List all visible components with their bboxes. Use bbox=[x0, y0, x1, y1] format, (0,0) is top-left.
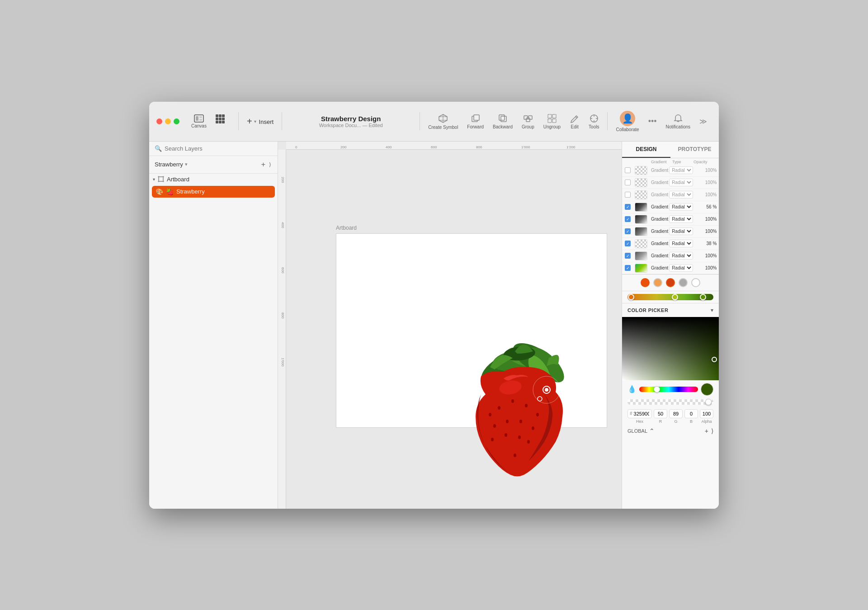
spectrum-handle[interactable] bbox=[712, 357, 717, 362]
gradient-type-7[interactable]: Radial bbox=[669, 240, 693, 247]
ungroup-icon bbox=[547, 113, 557, 123]
r-input[interactable] bbox=[654, 409, 667, 418]
alpha-slider[interactable] bbox=[627, 399, 713, 405]
maximize-button[interactable] bbox=[174, 118, 179, 124]
divider-3 bbox=[420, 112, 420, 130]
forward-icon bbox=[471, 113, 481, 123]
gradient-type-3[interactable]: Radial bbox=[669, 191, 693, 199]
page-chevron-icon: ▾ bbox=[185, 161, 188, 167]
gradient-checkbox-7[interactable] bbox=[625, 241, 631, 246]
gradient-type-5[interactable]: Radial bbox=[669, 215, 693, 223]
gradient-opacity-2: 100% bbox=[694, 180, 717, 185]
insert-button[interactable]: + ▾ Insert bbox=[242, 114, 278, 128]
stop-light-orange[interactable] bbox=[653, 278, 662, 287]
ungroup-button[interactable]: Ungroup bbox=[539, 112, 565, 131]
gradient-type-9[interactable]: Radial bbox=[669, 264, 693, 272]
svg-point-46 bbox=[532, 426, 534, 430]
create-symbol-button[interactable]: Create Symbol bbox=[424, 111, 462, 132]
canvas-view-button[interactable]: Canvas bbox=[187, 113, 211, 130]
create-symbol-icon bbox=[438, 113, 448, 124]
gradient-handle-inner[interactable] bbox=[545, 388, 548, 392]
minimize-button[interactable] bbox=[165, 118, 171, 124]
gradient-label-8: Gradient bbox=[651, 253, 668, 258]
ruler-left-600: 600 bbox=[281, 267, 285, 273]
tools-button[interactable]: Tools bbox=[584, 112, 604, 131]
stop-white[interactable] bbox=[691, 278, 700, 287]
sidebar: 🔍 Strawberry ▾ + ⟩ ▾ bbox=[149, 142, 278, 509]
artboard-layer-item[interactable]: ▾ Artboard bbox=[149, 174, 278, 185]
gradient-checkbox-8[interactable] bbox=[625, 253, 631, 259]
search-input[interactable] bbox=[165, 145, 272, 152]
backward-icon bbox=[498, 113, 508, 123]
gradient-checkbox-9[interactable] bbox=[625, 265, 631, 271]
design-tab[interactable]: DESIGN bbox=[622, 142, 670, 158]
grid-view-button[interactable] bbox=[211, 113, 235, 130]
close-button[interactable] bbox=[156, 118, 162, 124]
alpha-input[interactable] bbox=[700, 409, 713, 418]
strawberry-layer-item[interactable]: 🎨 🍓 Strawberry bbox=[152, 186, 275, 198]
add-color-button[interactable]: + bbox=[705, 427, 708, 435]
gradient-opacity-6: 100% bbox=[694, 229, 717, 234]
group-button[interactable]: Group bbox=[517, 112, 539, 131]
forward-button[interactable]: Forward bbox=[462, 112, 488, 131]
hue-slider[interactable] bbox=[639, 387, 698, 392]
eyedropper-button[interactable]: 💧 bbox=[627, 385, 637, 393]
ellipsis-icon: ••• bbox=[648, 117, 657, 126]
hex-input[interactable] bbox=[633, 411, 650, 417]
gradient-stops bbox=[622, 274, 719, 291]
gradient-type-8[interactable]: Radial bbox=[669, 252, 693, 260]
gradient-checkbox-6[interactable] bbox=[625, 228, 631, 234]
expand-button[interactable]: ≫ bbox=[695, 115, 712, 128]
ruler-left: 200 400 600 800 1'000 bbox=[278, 150, 286, 509]
g-input[interactable] bbox=[669, 409, 683, 418]
alpha-handle[interactable] bbox=[705, 399, 712, 405]
ruler-mark-0: 0 bbox=[295, 145, 297, 149]
edit-button[interactable]: Edit bbox=[565, 112, 584, 131]
b-input[interactable] bbox=[684, 409, 698, 418]
gradient-type-4[interactable]: Radial bbox=[669, 203, 693, 211]
panel-tabs: DESIGN PROTOTYPE bbox=[622, 142, 719, 158]
gradient-checkbox-5[interactable] bbox=[625, 216, 631, 222]
gradient-type-2[interactable]: Radial bbox=[669, 179, 693, 186]
stop-orange[interactable] bbox=[641, 278, 650, 287]
canvas-area[interactable]: 0 200 400 600 800 1'000 1'200 200 400 60… bbox=[278, 142, 622, 509]
expand-colors-button[interactable]: ⟩ bbox=[711, 427, 713, 435]
avatar[interactable]: 👤 bbox=[620, 111, 635, 126]
gradient-label-1: Gradient bbox=[651, 168, 668, 173]
grid-label bbox=[222, 123, 224, 128]
notifications-button[interactable]: Notifications bbox=[661, 112, 695, 131]
svg-point-50 bbox=[489, 413, 491, 416]
ruler-top: 0 200 400 600 800 1'000 1'200 bbox=[286, 142, 622, 150]
gradient-handle-left[interactable] bbox=[628, 294, 634, 300]
gradient-type-1[interactable]: Radial bbox=[669, 166, 693, 174]
stop-gray[interactable] bbox=[679, 278, 688, 287]
gradient-checkbox-3[interactable] bbox=[625, 192, 631, 198]
gradient-opacity-3: 100% bbox=[694, 192, 717, 197]
gradient-checkbox-1[interactable] bbox=[625, 167, 631, 173]
gradient-handle-right[interactable] bbox=[700, 294, 706, 300]
gradient-type-6[interactable]: Radial bbox=[669, 227, 693, 235]
more-options-button[interactable]: ••• bbox=[644, 115, 661, 128]
add-layer-button[interactable]: + bbox=[260, 160, 266, 170]
gradient-row-1: Gradient Radial 100% bbox=[622, 165, 719, 177]
prototype-tab[interactable]: PROTOTYPE bbox=[670, 142, 719, 158]
gradient-handle-mid[interactable] bbox=[672, 294, 678, 300]
hash-symbol: # bbox=[630, 411, 632, 416]
gradient-bar[interactable] bbox=[627, 294, 713, 300]
hue-handle[interactable] bbox=[654, 386, 660, 392]
b-label: B bbox=[690, 419, 693, 424]
backward-label: Backward bbox=[493, 124, 513, 129]
gradient-swatch-2 bbox=[635, 178, 647, 187]
stop-dark-orange[interactable] bbox=[666, 278, 675, 287]
gradient-checkbox-4[interactable] bbox=[625, 204, 631, 210]
app-title: Strawberry Design bbox=[321, 115, 381, 123]
collaborate-button[interactable]: 👤 Collaborate bbox=[611, 109, 643, 134]
color-mode-toggle[interactable]: ⌃ bbox=[649, 427, 655, 435]
gradient-opacity-7: 38 % bbox=[694, 241, 717, 246]
color-spectrum[interactable] bbox=[622, 317, 719, 380]
color-picker-header[interactable]: COLOR PICKER ▾ bbox=[622, 303, 719, 317]
color-mode-label: GLOBAL bbox=[627, 428, 647, 434]
expand-layers-button[interactable]: ⟩ bbox=[268, 160, 272, 170]
gradient-checkbox-2[interactable] bbox=[625, 180, 631, 185]
backward-button[interactable]: Backward bbox=[488, 112, 517, 131]
